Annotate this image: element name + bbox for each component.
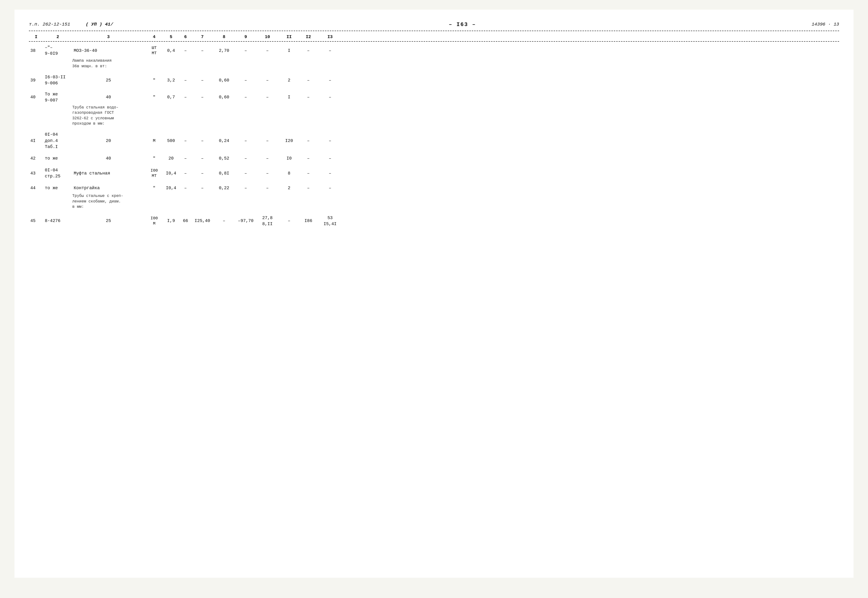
row-col12: I86 xyxy=(299,217,318,224)
row-col9: – xyxy=(236,47,255,54)
row-44: 44 то же Контргайка " I0,4 – – 0,22 – – … xyxy=(29,184,839,192)
col-header-10: 10 xyxy=(255,34,279,40)
row-col11: I xyxy=(279,47,299,54)
row-col5: 0,4 xyxy=(164,47,178,54)
row-col13: – xyxy=(318,47,342,54)
row-col8: 0,22 xyxy=(212,185,236,191)
table-row: 42 то же 40 " 20 – – 0,52 – – I0 – – xyxy=(29,154,839,163)
table-row: 38 –"– 9-0I9 МОЗ-36-40 ШТ МТ 0,4 – – 2,7… xyxy=(29,44,839,70)
row-col10: – xyxy=(255,77,279,84)
col-header-5: 5 xyxy=(164,34,178,40)
row-ref: 0I-04 стр.25 xyxy=(43,167,72,180)
row-42: 42 то же 40 " 20 – – 0,52 – – I0 – – xyxy=(29,154,839,163)
row-name: 25 xyxy=(72,77,145,84)
table-row: 40 То же 9-007 40 " 0,7 – – 0,60 – – I –… xyxy=(29,91,839,127)
row-num: 44 xyxy=(29,185,43,191)
row-43: 43 0I-04 стр.25 Муфта стальная I00 МТ I0… xyxy=(29,167,839,180)
page: т.п. 262-12-151 ( УП ) 41/ – I63 – 14396… xyxy=(15,10,853,578)
row-col12: – xyxy=(299,94,318,101)
row-col7: – xyxy=(193,47,212,54)
row-col11: – xyxy=(279,217,299,224)
row-ref: I6-03-II 9-006 xyxy=(43,74,72,87)
row-col10: – xyxy=(255,185,279,191)
row-col13: – xyxy=(318,77,342,84)
row-col9: – xyxy=(236,138,255,144)
row-num: 42 xyxy=(29,155,43,162)
row-col13: 53 I5,4I xyxy=(318,215,342,227)
row-col5: 3,2 xyxy=(164,77,178,84)
table-row: 4I 0I-04 доп.4 Таб.I 20 М 500 – – 0,24 –… xyxy=(29,131,839,150)
row-unit: М xyxy=(145,138,164,144)
row-unit: " xyxy=(145,185,164,191)
table-body: 38 –"– 9-0I9 МОЗ-36-40 ШТ МТ 0,4 – – 2,7… xyxy=(29,44,839,227)
row-39: 39 I6-03-II 9-006 25 " 3,2 – – 0,60 – – … xyxy=(29,74,839,87)
row-col6: – xyxy=(178,185,193,191)
col-header-3: 3 xyxy=(72,34,145,40)
row-col8: – xyxy=(212,217,236,224)
row-col10: 27,8 8,II xyxy=(255,215,279,227)
top-dashed-line xyxy=(29,31,839,31)
row-col10: – xyxy=(255,170,279,177)
row-ref: 0I-04 доп.4 Таб.I xyxy=(43,131,72,150)
row-unit: ШТ МТ xyxy=(145,45,164,57)
row-col6: – xyxy=(178,94,193,101)
row-ref: 8-4276 xyxy=(43,217,72,224)
row-col7: – xyxy=(193,94,212,101)
row-col7: – xyxy=(193,77,212,84)
row-col5: 500 xyxy=(164,138,178,144)
row-col8: 2,70 xyxy=(212,47,236,54)
row-num: 39 xyxy=(29,77,43,84)
row-col5: I0,4 xyxy=(164,185,178,191)
col-header-7: 7 xyxy=(193,34,212,40)
row-45: 45 8-4276 25 I00 М I,9 66 I25,40 – –97,7… xyxy=(29,215,839,227)
row-ref: то же xyxy=(43,185,72,191)
row-unit: I00 МТ xyxy=(145,167,164,179)
row-col6: – xyxy=(178,170,193,177)
row-ref: –"– 9-0I9 xyxy=(43,44,72,57)
row-col9: – xyxy=(236,94,255,101)
row-col9: –97,70 xyxy=(236,217,255,224)
col-header-1: I xyxy=(29,34,43,40)
row-unit: I00 М xyxy=(145,215,164,227)
row-col7: – xyxy=(193,185,212,191)
row-col11: I20 xyxy=(279,138,299,144)
row-col5: I0,4 xyxy=(164,170,178,177)
row-40: 40 То же 9-007 40 " 0,7 – – 0,60 – – I –… xyxy=(29,91,839,104)
row-ref: то же xyxy=(43,155,72,162)
row-subtext: Труба стальная водо- газопроводная ГОСТ … xyxy=(29,104,839,127)
header: т.п. 262-12-151 ( УП ) 41/ – I63 – 14396… xyxy=(29,22,839,29)
row-col9: – xyxy=(236,77,255,84)
row-col12: – xyxy=(299,138,318,144)
row-col6: – xyxy=(178,47,193,54)
row-name: МОЗ-36-40 xyxy=(72,47,145,54)
row-col12: – xyxy=(299,170,318,177)
row-col11: 2 xyxy=(279,185,299,191)
row-num: 38 xyxy=(29,47,43,54)
row-subtext: Трубы стальные с креп- лением скобами, д… xyxy=(29,192,839,211)
col-header-11: II xyxy=(279,34,299,40)
table-row: 44 то же Контргайка " I0,4 – – 0,22 – – … xyxy=(29,184,839,211)
table-row: 45 8-4276 25 I00 М I,9 66 I25,40 – –97,7… xyxy=(29,215,839,227)
row-col10: – xyxy=(255,138,279,144)
row-col9: – xyxy=(236,155,255,162)
row-col7: – xyxy=(193,138,212,144)
row-num: 43 xyxy=(29,170,43,177)
row-col13: – xyxy=(318,155,342,162)
row-col11: I0 xyxy=(279,155,299,162)
row-col8: 0,8I xyxy=(212,170,236,177)
row-41: 4I 0I-04 доп.4 Таб.I 20 М 500 – – 0,24 –… xyxy=(29,131,839,150)
row-col8: 0,52 xyxy=(212,155,236,162)
table-row: 43 0I-04 стр.25 Муфта стальная I00 МТ I0… xyxy=(29,167,839,180)
row-col6: – xyxy=(178,138,193,144)
row-name: 40 xyxy=(72,155,145,162)
row-38: 38 –"– 9-0I9 МОЗ-36-40 ШТ МТ 0,4 – – 2,7… xyxy=(29,44,839,57)
row-col12: – xyxy=(299,185,318,191)
row-col5: 0,7 xyxy=(164,94,178,101)
header-right: 14396 · 13 xyxy=(811,22,839,27)
row-ref: То же 9-007 xyxy=(43,91,72,104)
column-headers: I 2 3 4 5 6 7 8 9 10 II I2 I3 xyxy=(29,33,839,42)
row-unit: " xyxy=(145,77,164,84)
row-col12: – xyxy=(299,155,318,162)
col-header-9: 9 xyxy=(236,34,255,40)
row-col8: 0,24 xyxy=(212,138,236,144)
